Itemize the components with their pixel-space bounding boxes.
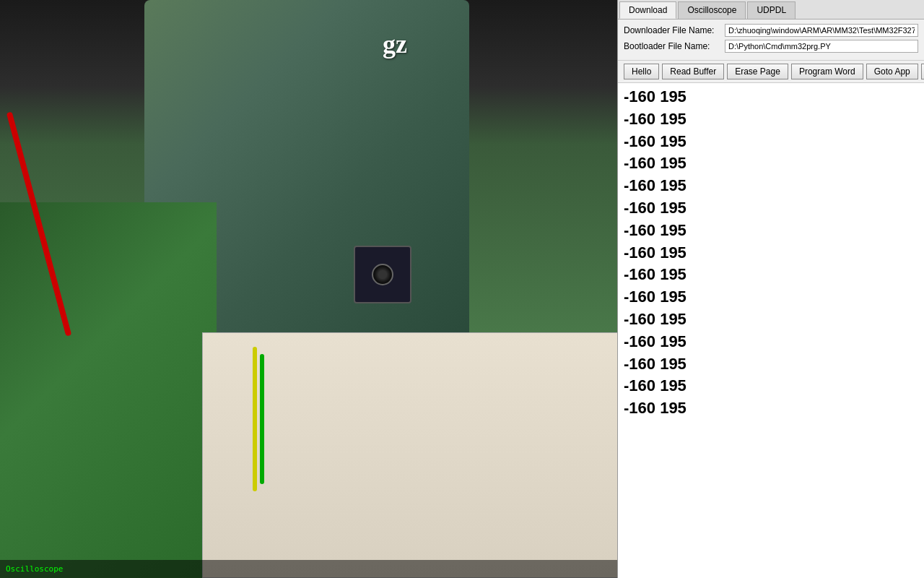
data-output: -160 195-160 195-160 195-160 195-160 195… xyxy=(618,83,924,578)
bootloader-file-label: Bootloader File Name: xyxy=(624,41,725,51)
downloader-file-row: Downloader File Name: xyxy=(624,24,918,37)
goto-app-button[interactable]: Goto App xyxy=(866,64,918,79)
right-panel: Download Oscilloscope UDPDL Downloader F… xyxy=(617,0,924,578)
vise-label: gz xyxy=(383,29,407,59)
data-line-5: -160 195 xyxy=(624,197,918,220)
camera-feed: gz Oscilloscope xyxy=(0,0,617,578)
tab-oscilloscope[interactable]: Oscilloscope xyxy=(678,1,746,19)
read-buffer-button[interactable]: Read Buffer xyxy=(662,64,724,79)
data-line-3: -160 195 xyxy=(624,152,918,175)
data-line-11: -160 195 xyxy=(624,331,918,353)
data-line-9: -160 195 xyxy=(624,286,918,309)
data-line-8: -160 195 xyxy=(624,264,918,286)
hello-button[interactable]: Hello xyxy=(624,64,659,79)
tab-download[interactable]: Download xyxy=(619,1,676,19)
yellow-wire xyxy=(253,347,257,491)
pcb-board xyxy=(0,202,217,578)
data-line-2: -160 195 xyxy=(624,131,918,153)
oscilloscope-label: Oscilloscope xyxy=(6,564,63,574)
button-row: Hello Read Buffer Erase Page Program Wor… xyxy=(618,61,924,83)
green-wire xyxy=(260,354,264,484)
bootloader-file-input[interactable] xyxy=(725,40,918,53)
erase-page-button[interactable]: Erase Page xyxy=(727,64,788,79)
data-line-10: -160 195 xyxy=(624,309,918,331)
data-line-7: -160 195 xyxy=(624,242,918,264)
tab-bar: Download Oscilloscope UDPDL xyxy=(618,0,924,20)
tab-udpdl[interactable]: UDPDL xyxy=(747,1,796,19)
program-word-button[interactable]: Program Word xyxy=(791,64,863,79)
bootloader-file-row: Bootloader File Name: xyxy=(624,40,918,53)
sensor-lens xyxy=(372,264,393,285)
sensor-module xyxy=(354,246,411,303)
oscilloscope-bar: Oscilloscope xyxy=(0,560,617,578)
data-line-12: -160 195 xyxy=(624,353,918,376)
form-area: Downloader File Name: Bootloader File Na… xyxy=(618,20,924,61)
data-line-1: -160 195 xyxy=(624,108,918,131)
downloader-file-label: Downloader File Name: xyxy=(624,25,725,35)
data-line-6: -160 195 xyxy=(624,220,918,242)
data-line-14: -160 195 xyxy=(624,397,918,420)
downloader-file-input[interactable] xyxy=(725,24,918,37)
se-button[interactable]: Se xyxy=(921,64,924,79)
breadboard xyxy=(202,332,617,578)
data-line-13: -160 195 xyxy=(624,375,918,397)
data-line-4: -160 195 xyxy=(624,175,918,197)
data-line-0: -160 195 xyxy=(624,86,918,108)
